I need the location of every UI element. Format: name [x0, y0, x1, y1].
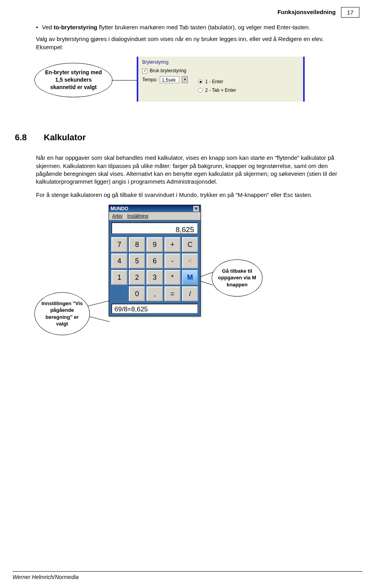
header-title: Funksjonsveiledning [277, 7, 341, 18]
callout-m-button: Gå tilbake til oppgaven via M knappen [212, 259, 262, 297]
calc-button-0[interactable]: 0 [129, 286, 145, 301]
paragraph-1: Valg av bryterstyring gjøres i dialogvin… [36, 35, 352, 51]
radio-2-label: 2 - Tab + Enter [205, 87, 236, 93]
page-header: Funksjonsveiledning 17 [277, 7, 359, 18]
callout-scan-settings: En-bryter styring med 1,5 sekunders skan… [34, 63, 112, 97]
calc-button-2[interactable]: 2 [129, 270, 145, 285]
figure-calculator: MUNDO ✕ Arkiv Inställning 8,625 7 8 9 + … [36, 205, 352, 338]
use-bryterstyring-checkbox[interactable]: ✓ [142, 68, 147, 73]
radio-2-tab-enter[interactable] [198, 88, 203, 93]
bullet-bold: to-bryterstyring [54, 24, 97, 30]
section-heading: 6.8 Kalkulator [15, 132, 352, 143]
calc-button-m[interactable]: M [182, 270, 198, 285]
close-icon[interactable]: ✕ [193, 206, 199, 211]
main-content: Ved to-bryterstyring flytter brukeren ma… [36, 23, 352, 338]
radio-1-enter[interactable] [198, 79, 203, 84]
bryterstyring-panel: Bryterstyring ✓ Bruk bryterstyring Tempo… [137, 57, 305, 102]
menu-installning[interactable]: Inställning [127, 213, 148, 219]
calc-button-9[interactable]: 9 [146, 237, 162, 252]
calc-button-4[interactable]: 4 [111, 254, 127, 268]
callout-line [200, 272, 213, 277]
calc-button-back[interactable]: < [182, 254, 198, 268]
section-title: Kalkulator [44, 132, 86, 143]
calc-button-1[interactable]: 1 [111, 270, 127, 285]
tempo-input[interactable]: 1,5sek [160, 76, 179, 83]
callout-running-calc: Innstillingen "Vis pågående beregning" e… [34, 292, 90, 335]
calc-button-minus[interactable]: - [164, 254, 180, 268]
bullet-text: Ved to-bryterstyring flytter brukeren ma… [42, 23, 352, 31]
calc-button-plus[interactable]: + [164, 237, 180, 252]
calculator-titlebar[interactable]: MUNDO ✕ [109, 205, 200, 212]
calculator-window: MUNDO ✕ Arkiv Inställning 8,625 7 8 9 + … [109, 205, 201, 316]
calc-button-7[interactable]: 7 [111, 237, 127, 252]
paragraph-3: For å stenge kalkulatoren og gå tilbake … [36, 191, 352, 199]
figure-bryterstyring: En-bryter styring med 1,5 sekunders skan… [30, 57, 352, 115]
use-bryterstyring-label: Bruk bryterstyring [150, 68, 186, 74]
callout-line [200, 281, 213, 285]
page-footer: Werner Helmrich/Normedia [12, 571, 362, 580]
calc-button-multiply[interactable]: * [164, 270, 180, 285]
calc-button-5[interactable]: 5 [129, 254, 145, 268]
menu-arkiv[interactable]: Arkiv [112, 213, 123, 219]
radio-1-label: 1 - Enter [205, 79, 223, 85]
calculator-running-display: 69/8=8,625 [111, 304, 198, 314]
bullet-prefix: Ved [42, 24, 54, 30]
tempo-label: Tempo: [142, 77, 157, 83]
callout-line [112, 80, 137, 80]
page-number: 17 [341, 7, 359, 18]
bullet-rest: flytter brukeren markøren med Tab tasten… [97, 24, 310, 30]
calc-button-comma[interactable]: , [146, 286, 162, 301]
calc-button-6[interactable]: 6 [146, 254, 162, 268]
calculator-title: MUNDO [111, 206, 193, 212]
calc-button-3[interactable]: 3 [146, 270, 162, 285]
calculator-menubar: Arkiv Inställning [109, 212, 200, 220]
calc-button-8[interactable]: 8 [129, 237, 145, 252]
paragraph-2: Når en har oppgaver som skal behandles m… [36, 154, 352, 186]
calc-button-divide[interactable]: / [182, 286, 198, 301]
calc-button-clear[interactable]: C [182, 237, 198, 252]
calculator-display: 8,625 [111, 222, 198, 234]
bullet-dot-icon [36, 23, 38, 31]
tempo-dropdown-button[interactable]: ▼ [182, 76, 188, 83]
footer-author: Werner Helmrich/Normedia [12, 574, 79, 580]
bullet-item: Ved to-bryterstyring flytter brukeren ma… [36, 23, 352, 31]
callout-line [88, 316, 110, 322]
calc-button-equals[interactable]: = [164, 286, 180, 301]
section-number: 6.8 [15, 132, 32, 143]
group-label: Bryterstyring [142, 59, 299, 65]
callout-line [88, 300, 110, 306]
